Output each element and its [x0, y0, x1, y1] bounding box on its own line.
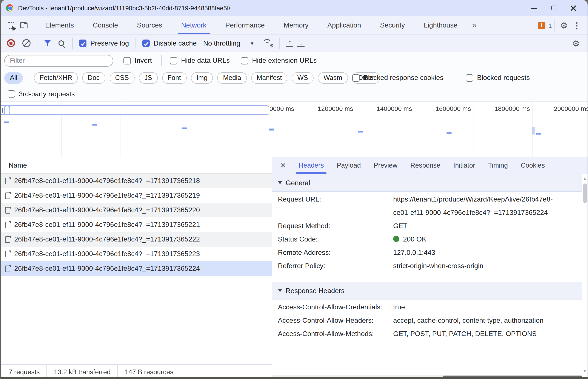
general-section-header[interactable]: General — [272, 174, 582, 192]
search-button[interactable] — [58, 40, 64, 46]
blocked-response-cookies-checkbox[interactable]: Blocked response cookies — [352, 69, 443, 86]
devtools-tab-label: Lighthouse — [424, 21, 458, 29]
filter-input[interactable] — [4, 55, 113, 66]
devtools-tab[interactable]: Application — [318, 16, 370, 34]
divider — [37, 38, 37, 49]
timeline-right-handle[interactable] — [4, 105, 10, 115]
header-value: accept, cache-control, content-type, aut… — [393, 314, 569, 327]
details-tab[interactable]: Timing — [482, 157, 514, 174]
chip-label: Wasm — [323, 74, 342, 82]
timeline-request-bar[interactable] — [358, 131, 363, 133]
resource-type-chip[interactable]: Font — [162, 72, 186, 84]
error-badge-group[interactable]: ! 1 — [538, 22, 552, 29]
resource-type-chip[interactable]: Doc — [82, 72, 105, 84]
close-button[interactable] — [563, 1, 583, 15]
details-tab[interactable]: Payload — [330, 157, 367, 174]
header-label: Referrer Policy: — [278, 259, 393, 272]
devtools-tab[interactable]: Console — [83, 16, 127, 34]
resource-type-chip[interactable]: Img — [191, 72, 213, 84]
blocked-requests-checkbox[interactable]: Blocked requests — [466, 69, 530, 86]
device-toolbar-button[interactable] — [17, 19, 30, 32]
timeline-request-bar[interactable] — [92, 124, 97, 126]
resource-type-chip[interactable]: WS — [292, 72, 314, 84]
minimize-icon — [531, 8, 537, 8]
scroll-down-arrow-icon[interactable]: ▼ — [582, 368, 588, 374]
timeline-request-bar[interactable] — [182, 127, 187, 129]
chip-label: JS — [144, 74, 152, 82]
details-tab[interactable]: Cookies — [514, 157, 551, 174]
devtools-tab[interactable]: Elements — [36, 16, 83, 34]
details-tab[interactable]: Preview — [367, 157, 404, 174]
timeline-request-bar[interactable] — [4, 121, 9, 123]
details-tab[interactable]: Initiator — [447, 157, 482, 174]
header-label: Request URL: — [278, 192, 393, 219]
resource-type-chip[interactable]: Wasm — [318, 72, 348, 84]
checkbox-box — [170, 57, 177, 64]
inspect-element-button[interactable] — [4, 19, 17, 32]
network-conditions-button[interactable]: ⚙ — [263, 39, 273, 48]
timeline-request-bar[interactable] — [447, 132, 452, 134]
request-name: 26fb47e8-ce01-ef11-9000-4c796e1fe8c4?_=1… — [14, 265, 200, 272]
request-row[interactable]: 26fb47e8-ce01-ef11-9000-4c796e1fe8c4?_=1… — [1, 247, 272, 261]
header-row: Access-Control-Allow-Headers: accept, ca… — [272, 314, 582, 327]
close-details-button[interactable]: ✕ — [280, 157, 292, 174]
resource-type-chip[interactable]: Fetch/XHR — [34, 72, 78, 84]
main-menu-button[interactable]: ⋮ — [570, 19, 583, 32]
preserve-log-checkbox[interactable]: Preserve log — [79, 39, 129, 47]
chip-label: Doc — [88, 74, 100, 82]
disable-cache-checkbox[interactable]: Disable cache — [142, 39, 197, 47]
minimize-button[interactable] — [524, 1, 544, 15]
export-har-button[interactable]: ↓ — [297, 39, 305, 47]
devtools-tab[interactable]: Network — [172, 16, 216, 34]
details-tab[interactable]: Headers — [292, 157, 330, 174]
hide-extension-urls-checkbox[interactable]: Hide extension URLs — [241, 57, 317, 64]
more-tabs-button[interactable]: » — [468, 21, 481, 30]
collapse-triangle-icon — [278, 181, 282, 184]
filter-toggle-button[interactable] — [44, 40, 51, 47]
request-row[interactable]: 26fb47e8-ce01-ef11-9000-4c796e1fe8c4?_=1… — [1, 217, 272, 232]
hide-data-urls-checkbox[interactable]: Hide data URLs — [170, 57, 230, 64]
device-toolbar-icon — [20, 22, 27, 28]
vertical-scrollbar-thumb[interactable] — [583, 184, 587, 203]
third-party-requests-checkbox[interactable]: 3rd-party requests — [8, 90, 75, 98]
timeline-left-handle[interactable] — [1, 105, 269, 115]
devtools-tab[interactable]: Performance — [216, 16, 274, 34]
request-row[interactable]: 26fb47e8-ce01-ef11-9000-4c796e1fe8c4?_=1… — [1, 188, 272, 203]
devtools-tab[interactable]: Sources — [128, 16, 172, 34]
request-row[interactable]: 26fb47e8-ce01-ef11-9000-4c796e1fe8c4?_=1… — [1, 203, 272, 217]
header-label: Access-Control-Allow-Headers: — [278, 314, 393, 327]
timeline-request-bar[interactable] — [536, 133, 541, 135]
timeline-request-bar[interactable] — [269, 128, 274, 131]
resource-type-chip[interactable]: Media — [218, 72, 247, 84]
devtools-tab[interactable]: Security — [370, 16, 414, 34]
resource-type-chip[interactable]: All — [4, 72, 23, 84]
clear-network-log-button[interactable] — [22, 39, 31, 47]
import-har-button[interactable]: ↑ — [286, 39, 294, 47]
download-arrow-icon: ↓ — [299, 39, 303, 47]
scroll-up-arrow-icon[interactable]: ▲ — [582, 175, 588, 181]
maximize-button[interactable] — [544, 1, 563, 15]
resource-type-chip[interactable]: Manifest — [251, 72, 287, 84]
network-overview-timeline[interactable]: 200000 ms400000 ms600000 ms800000 ms1000… — [1, 102, 588, 157]
collapse-triangle-icon — [278, 289, 282, 292]
resource-type-chip[interactable]: JS — [139, 72, 158, 84]
resource-type-chip[interactable]: CSS — [109, 72, 134, 84]
settings-button[interactable]: ⚙ — [557, 19, 570, 32]
response-headers-section-body: Access-Control-Allow-Credentials: true A… — [272, 300, 582, 340]
checkbox-box — [352, 74, 360, 81]
request-row[interactable]: 26fb47e8-ce01-ef11-9000-4c796e1fe8c4?_=1… — [1, 232, 272, 247]
devtools-tab[interactable]: Lighthouse — [414, 16, 467, 34]
name-column-header[interactable]: Name — [1, 157, 272, 174]
devtools-tab[interactable]: Memory — [274, 16, 318, 34]
details-vertical-scrollbar[interactable]: ▲ ▼ — [582, 174, 588, 375]
response-headers-section-header[interactable]: Response Headers — [272, 282, 582, 300]
request-row[interactable]: 26fb47e8-ce01-ef11-9000-4c796e1fe8c4?_=1… — [1, 261, 272, 276]
details-tab-label: Preview — [374, 162, 397, 169]
network-settings-button[interactable]: ⚙ — [570, 37, 582, 50]
invert-checkbox[interactable]: Invert — [123, 57, 152, 64]
details-tab[interactable]: Response — [404, 157, 447, 174]
disable-cache-label: Disable cache — [153, 39, 197, 47]
request-row[interactable]: 26fb47e8-ce01-ef11-9000-4c796e1fe8c4?_=1… — [1, 174, 272, 188]
throttling-select[interactable]: No throttling ▼ — [203, 39, 254, 47]
record-network-log-button[interactable] — [7, 39, 15, 47]
